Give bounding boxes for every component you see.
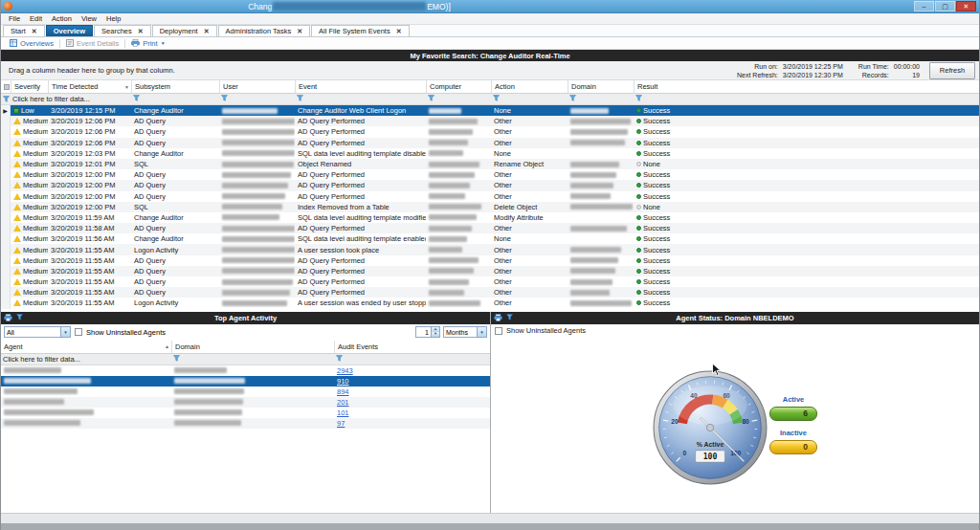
event-row[interactable]: Medium3/20/2019 11:55 AMLogon ActivityA … (1, 244, 979, 254)
column-header-audit-events[interactable]: Audit Events (334, 341, 490, 353)
column-filter-cell[interactable] (219, 94, 295, 104)
cell-subsystem: AD Query (131, 255, 219, 266)
column-header-domain[interactable]: Domain (568, 80, 634, 93)
close-button[interactable]: ✕ (956, 1, 976, 11)
agent-row[interactable]: 910 (1, 376, 490, 386)
tab-close-icon[interactable]: ✕ (204, 28, 210, 35)
column-filter-cell[interactable] (491, 94, 568, 104)
select-all-header[interactable] (1, 80, 11, 93)
event-row[interactable]: Medium3/20/2019 11:55 AMAD QueryAD Query… (1, 266, 979, 276)
agent-row[interactable]: 2943 (1, 365, 490, 376)
filter-funnel-icon[interactable] (506, 314, 513, 322)
agent-row[interactable]: 97 (1, 418, 490, 429)
filter-row-prompt[interactable]: Click here to filter data... (11, 94, 131, 104)
event-row[interactable]: Medium3/20/2019 11:55 AMAD QueryAD Query… (1, 276, 979, 287)
event-row[interactable]: Medium3/20/2019 11:58 AMAD QueryAD Query… (1, 223, 979, 233)
event-row[interactable]: Medium3/20/2019 11:55 AMAD QueryAD Query… (1, 255, 979, 266)
print-button[interactable]: Print▼ (125, 37, 170, 49)
column-filter-cell[interactable] (171, 354, 334, 364)
audit-events-link[interactable]: 2943 (337, 366, 353, 375)
filter-row-prompt[interactable]: Click here to filter data... (1, 354, 171, 364)
audit-events-link[interactable]: 201 (337, 398, 349, 407)
event-row[interactable]: Medium3/20/2019 12:01 PMSQLObject Rename… (1, 159, 979, 169)
event-row[interactable]: Medium3/20/2019 12:00 PMAD QueryAD Query… (1, 169, 979, 180)
menu-item-view[interactable]: View (77, 14, 101, 23)
filter-funnel-icon[interactable] (16, 314, 23, 322)
agent-row[interactable]: 201 (1, 397, 490, 408)
refresh-button[interactable]: Refresh (929, 62, 975, 79)
event-row[interactable]: Medium3/20/2019 11:55 AMLogon ActivityA … (1, 298, 979, 308)
event-row[interactable]: ▶Low3/20/2019 12:15 PMChange AuditorChan… (1, 105, 979, 116)
event-row[interactable]: Medium3/20/2019 12:00 PMAD QueryAD Query… (1, 191, 979, 202)
column-header-subsystem[interactable]: Subsystem (131, 80, 219, 93)
cell-agent (1, 418, 171, 429)
menu-item-help[interactable]: Help (101, 14, 125, 23)
print-icon[interactable] (4, 314, 12, 323)
column-header-user[interactable]: User (219, 80, 295, 93)
period-value-stepper[interactable]: 1 ▲ ▼ (415, 326, 440, 338)
chevron-down-icon[interactable]: ▼ (477, 327, 486, 337)
column-filter-cell[interactable] (131, 94, 219, 104)
event-row[interactable]: Medium3/20/2019 11:56 AMChange AuditorSQ… (1, 233, 979, 244)
event-row[interactable]: Medium3/20/2019 12:03 PMChange AuditorSQ… (1, 148, 979, 159)
column-filter-cell[interactable] (295, 94, 426, 104)
inactive-count-button[interactable]: 0 (769, 440, 817, 454)
tab-deployment[interactable]: Deployment✕ (152, 25, 217, 36)
minimize-button[interactable]: – (914, 1, 934, 11)
period-unit-select[interactable]: Months ▼ (443, 326, 487, 338)
event-row[interactable]: Medium3/20/2019 12:00 PMSQLIndex Removed… (1, 202, 979, 212)
column-header-agent[interactable]: Agent▲ (1, 341, 171, 353)
event-row[interactable]: Medium3/20/2019 11:59 AMChange AuditorSQ… (1, 212, 979, 223)
tab-searches[interactable]: Searches✕ (94, 25, 151, 36)
active-count-button[interactable]: 6 (769, 407, 817, 421)
column-header-result[interactable]: Result (634, 80, 979, 93)
event-row[interactable]: Medium3/20/2019 12:00 PMAD QueryAD Query… (1, 180, 979, 190)
column-filter-cell[interactable] (634, 94, 979, 104)
tab-overview[interactable]: Overview (46, 25, 93, 36)
show-uninstalled-checkbox[interactable] (75, 328, 82, 336)
tab-start[interactable]: Start✕ (3, 25, 45, 36)
column-filter-cell[interactable] (334, 354, 490, 364)
cell-action: Other (491, 191, 568, 202)
event-grid-filter-row[interactable]: Click here to filter data... (1, 94, 979, 105)
maximize-button[interactable]: ▢ (935, 1, 955, 11)
tab-close-icon[interactable]: ✕ (138, 28, 144, 35)
redacted-computer (429, 268, 474, 274)
audit-events-link[interactable]: 97 (337, 419, 345, 428)
column-header-computer[interactable]: Computer (426, 80, 491, 93)
audit-events-link[interactable]: 101 (337, 409, 349, 417)
column-header-domain[interactable]: Domain (171, 341, 334, 353)
column-header-time-detected[interactable]: Time Detected▼ (48, 80, 131, 93)
show-uninstalled-checkbox[interactable] (495, 327, 502, 335)
column-header-event[interactable]: Event (295, 80, 426, 93)
column-filter-cell[interactable] (568, 94, 634, 104)
print-icon[interactable] (494, 314, 502, 323)
menu-item-file[interactable]: File (4, 14, 25, 23)
audit-events-link[interactable]: 894 (337, 387, 349, 396)
spin-down-icon[interactable]: ▼ (432, 332, 439, 337)
tab-close-icon[interactable]: ✕ (297, 28, 302, 35)
event-details-button[interactable]: Event Details (60, 37, 124, 49)
menu-item-edit[interactable]: Edit (25, 14, 47, 23)
event-row[interactable]: Medium3/20/2019 12:06 PMAD QueryAD Query… (1, 138, 979, 148)
agent-grid-filter-row[interactable]: Click here to filter data... (1, 354, 490, 365)
column-header-severity[interactable]: Severity (11, 80, 48, 93)
agent-row[interactable]: 101 (1, 408, 490, 418)
tab-administration-tasks[interactable]: Administration Tasks✕ (218, 25, 311, 36)
menu-item-action[interactable]: Action (47, 14, 77, 23)
agent-row[interactable]: 894 (1, 386, 490, 397)
tab-all-file-system-events[interactable]: All File System Events✕ (311, 25, 409, 36)
overviews-button[interactable]: Overviews (4, 37, 59, 49)
tab-close-icon[interactable]: ✕ (32, 28, 37, 35)
audit-events-link[interactable]: 910 (337, 377, 349, 386)
tab-close-icon[interactable]: ✕ (396, 28, 402, 35)
event-row[interactable]: Medium3/20/2019 11:55 AMAD QueryAD Query… (1, 287, 979, 298)
agent-scope-select[interactable]: All ▼ (4, 326, 71, 338)
result-success-icon (636, 258, 641, 263)
cell-user (219, 202, 295, 212)
event-row[interactable]: Medium3/20/2019 12:06 PMAD QueryAD Query… (1, 126, 979, 137)
event-row[interactable]: Medium3/20/2019 12:06 PMAD QueryAD Query… (1, 116, 979, 126)
column-filter-cell[interactable] (426, 94, 491, 104)
column-header-action[interactable]: Action (491, 80, 568, 93)
chevron-down-icon[interactable]: ▼ (60, 327, 70, 337)
